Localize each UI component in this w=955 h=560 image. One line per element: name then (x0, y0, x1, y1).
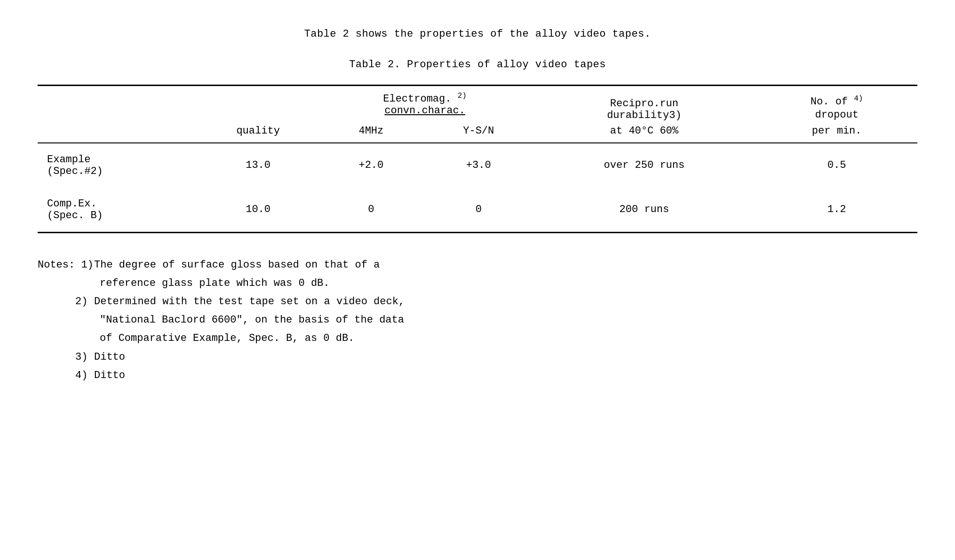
row2-ysn-value: 0 (476, 204, 482, 215)
subheader-4mhz: 4MHz (318, 125, 425, 143)
row2-recipro: 200 runs (532, 188, 756, 233)
row2-surface-value: 10.0 (246, 204, 271, 215)
notes-indent-2b (38, 330, 100, 347)
subheader-empty (38, 125, 199, 143)
notes-item-3: 3) Ditto (38, 349, 917, 365)
row1-label-line2: (Spec.#2) (47, 166, 103, 177)
row2-label-line1: Comp.Ex. (47, 198, 97, 210)
row1-surface: 13.0 (199, 143, 318, 188)
table-title: Table 2. Properties of alloy video tapes (38, 59, 917, 71)
convn-charac: convn.charac. (384, 105, 465, 117)
electromag-text: Electromag. 2) (383, 93, 467, 105)
notes-item-1-line2: reference glass plate which was 0 dB. (100, 275, 329, 292)
row1-ysn: +3.0 (425, 143, 532, 188)
header-recipro: Recipro.rundurability3) (532, 86, 756, 125)
row2-4mhz: 0 (318, 188, 425, 233)
notes-item-2-cont2: of Comparative Example, Spec. B, as 0 dB… (38, 330, 917, 347)
row2-label: Comp.Ex. (Spec. B) (38, 188, 199, 233)
subheader-surface-quality: quality (199, 125, 318, 143)
row1-ysn-value: +3.0 (466, 159, 491, 171)
notes-section: Notes: 1) The degree of surface gloss ba… (38, 257, 917, 384)
properties-table: Electromag. 2) convn.charac. Recipro.run… (38, 85, 917, 233)
notes-4-num: 4) (38, 367, 94, 384)
row1-label: Example (Spec.#2) (38, 143, 199, 188)
row2-4mhz-value: 0 (368, 204, 374, 215)
notes-item-1-text: The degree of surface gloss based on tha… (94, 257, 380, 273)
table-row: Comp.Ex. (Spec. B) 10.0 0 0 200 runs 1.2 (38, 188, 917, 233)
header-surface-label (199, 86, 318, 125)
subheader-ysn: Y-S/N (425, 125, 532, 143)
subheader-per-min: per min. (756, 125, 917, 143)
row1-recipro-value: over 250 runs (604, 159, 685, 171)
notes-2-num: 2) (38, 293, 94, 310)
header-dropout: No. of 4)dropout (756, 86, 917, 125)
row2-surface: 10.0 (199, 188, 318, 233)
notes-item-2-line3: of Comparative Example, Spec. B, as 0 dB… (100, 330, 354, 347)
notes-item-4: 4) Ditto (38, 367, 917, 384)
row1-dropout-value: 0.5 (828, 159, 846, 171)
notes-item-4-text: Ditto (94, 367, 125, 384)
intro-text: Table 2 shows the properties of the allo… (38, 28, 917, 40)
superscript-2: 2) (458, 92, 467, 100)
row1-surface-value: 13.0 (246, 159, 271, 171)
row2-label-line2: (Spec. B) (47, 210, 103, 221)
row1-dropout: 0.5 (756, 143, 917, 188)
row2-recipro-value: 200 runs (620, 204, 669, 215)
notes-item-2-cont1: "National Baclord 6600", on the basis of… (38, 312, 917, 328)
row2-dropout-value: 1.2 (828, 204, 846, 215)
notes-item-1: Notes: 1) The degree of surface gloss ba… (38, 257, 917, 273)
row1-4mhz: +2.0 (318, 143, 425, 188)
row2-ysn: 0 (425, 188, 532, 233)
subheader-recipro-detail: at 40°C 60% (532, 125, 756, 143)
row1-recipro: over 250 runs (532, 143, 756, 188)
table-row: Example (Spec.#2) 13.0 +2.0 +3.0 over 25… (38, 143, 917, 188)
notes-main-label: Notes: 1) (38, 257, 94, 273)
row1-4mhz-value: +2.0 (358, 159, 383, 171)
notes-indent-1 (38, 275, 100, 292)
notes-3-num: 3) (38, 349, 94, 365)
notes-item-1-cont: reference glass plate which was 0 dB. (38, 275, 917, 292)
header-electromag: Electromag. 2) convn.charac. (318, 86, 533, 125)
header-empty-cell (38, 86, 199, 125)
notes-indent-2a (38, 312, 100, 328)
notes-item-3-text: Ditto (94, 349, 125, 365)
superscript-4: 4) (854, 95, 863, 103)
notes-item-2-text: Determined with the test tape set on a v… (94, 293, 405, 310)
notes-item-2-line2: "National Baclord 6600", on the basis of… (100, 312, 404, 328)
notes-item-2: 2) Determined with the test tape set on … (38, 293, 917, 310)
row1-label-line1: Example (47, 154, 90, 166)
row2-dropout: 1.2 (756, 188, 917, 233)
